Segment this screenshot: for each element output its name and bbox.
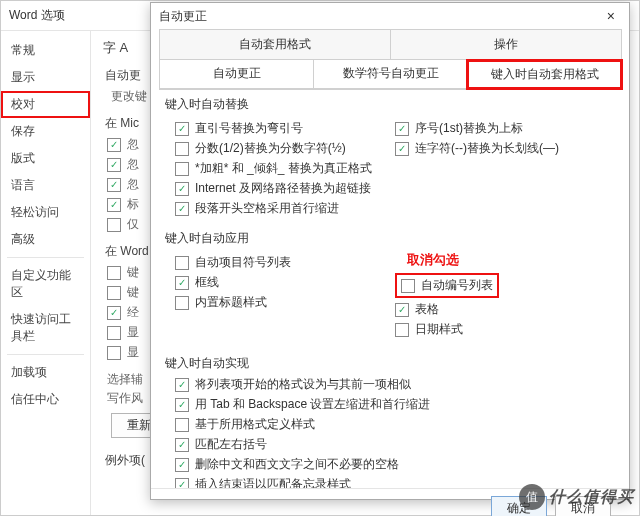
- sidebar-item-advanced[interactable]: 高级: [1, 226, 90, 253]
- row-text: 忽: [127, 176, 139, 193]
- checkbox[interactable]: [175, 296, 189, 310]
- option-label: 框线: [195, 274, 219, 291]
- checkbox[interactable]: ✓: [175, 398, 189, 412]
- checkbox[interactable]: [107, 346, 121, 360]
- tab-actions[interactable]: 操作: [390, 29, 622, 59]
- option-label: Internet 及网络路径替换为超链接: [195, 180, 371, 197]
- watermark-text: 什么值得买: [549, 487, 634, 508]
- option-label: 基于所用格式定义样式: [195, 416, 315, 433]
- sidebar-item-general[interactable]: 常规: [1, 37, 90, 64]
- checkbox[interactable]: ✓: [395, 303, 409, 317]
- checkbox[interactable]: [107, 218, 121, 232]
- option-label: 日期样式: [415, 321, 463, 338]
- annotation-uncheck: 取消勾选: [407, 251, 615, 269]
- option-label: 连字符(--)替换为长划线(—): [415, 140, 559, 157]
- checkbox[interactable]: [175, 162, 189, 176]
- option-label: 删除中文和西文文字之间不必要的空格: [195, 456, 399, 473]
- checkbox[interactable]: ✓: [395, 142, 409, 156]
- option-label: 直引号替换为弯引号: [195, 120, 303, 137]
- checkbox-auto-number-list[interactable]: [401, 279, 415, 293]
- checkbox[interactable]: ✓: [107, 138, 121, 152]
- checkbox[interactable]: ✓: [175, 122, 189, 136]
- option-label: 用 Tab 和 Backspace 设置左缩进和首行缩进: [195, 396, 430, 413]
- sidebar-item-ribbon[interactable]: 自定义功能区: [1, 262, 90, 306]
- option-label: 段落开头空格采用首行缩进: [195, 200, 339, 217]
- tab-row-top: 自动套用格式 操作: [159, 29, 621, 60]
- tab-math-autocorrect[interactable]: 数学符号自动更正: [313, 60, 468, 89]
- checkbox[interactable]: ✓: [175, 458, 189, 472]
- sidebar-item-language[interactable]: 语言: [1, 172, 90, 199]
- option-label: 序号(1st)替换为上标: [415, 120, 523, 137]
- sidebar: 常规 显示 校对 保存 版式 语言 轻松访问 高级 自定义功能区 快速访问工具栏…: [1, 31, 91, 515]
- tab-row-bottom: 自动更正 数学符号自动更正 键入时自动套用格式: [159, 60, 621, 90]
- sidebar-item-display[interactable]: 显示: [1, 64, 90, 91]
- row-text: 显: [127, 344, 139, 361]
- row-text: 仅: [127, 216, 139, 233]
- checkbox[interactable]: ✓: [107, 178, 121, 192]
- row-text: 标: [127, 196, 139, 213]
- checkbox[interactable]: [175, 256, 189, 270]
- col-left: 自动项目符号列表 ✓框线 内置标题样式: [175, 251, 395, 341]
- watermark: 值 什么值得买: [519, 484, 634, 510]
- sidebar-item-trust[interactable]: 信任中心: [1, 386, 90, 413]
- checkbox[interactable]: [175, 418, 189, 432]
- checkbox[interactable]: ✓: [175, 478, 189, 489]
- option-label: 自动项目符号列表: [195, 254, 291, 271]
- tab-autoformat[interactable]: 自动套用格式: [159, 29, 391, 59]
- checkbox[interactable]: ✓: [175, 438, 189, 452]
- checkbox[interactable]: ✓: [175, 276, 189, 290]
- checkbox[interactable]: ✓: [175, 182, 189, 196]
- checkbox[interactable]: [107, 266, 121, 280]
- tab-autoformat-as-you-type[interactable]: 键入时自动套用格式: [467, 60, 622, 89]
- col-right: ✓序号(1st)替换为上标 ✓连字符(--)替换为长划线(—): [395, 117, 615, 220]
- section-header: 键入时自动应用: [165, 230, 615, 247]
- highlight-box: 自动编号列表: [395, 273, 499, 298]
- checkbox[interactable]: [395, 323, 409, 337]
- option-label: *加粗* 和 _倾斜_ 替换为真正格式: [195, 160, 372, 177]
- option-label: 插入结束语以匹配备忘录样式: [195, 476, 351, 488]
- row-text: 显: [127, 324, 139, 341]
- sidebar-separator: [7, 354, 84, 355]
- sidebar-separator: [7, 257, 84, 258]
- checkbox[interactable]: [175, 142, 189, 156]
- dialog-close-button[interactable]: ×: [601, 6, 621, 26]
- option-label: 匹配左右括号: [195, 436, 267, 453]
- option-label: 分数(1/2)替换为分数字符(½): [195, 140, 346, 157]
- window-title: Word 选项: [9, 7, 65, 24]
- option-label: 将列表项开始的格式设为与其前一项相似: [195, 376, 411, 393]
- section-header: 键入时自动实现: [165, 355, 615, 372]
- checkbox[interactable]: ✓: [395, 122, 409, 136]
- checkbox[interactable]: ✓: [107, 198, 121, 212]
- checkbox[interactable]: ✓: [107, 306, 121, 320]
- sidebar-item-save[interactable]: 保存: [1, 118, 90, 145]
- checkbox[interactable]: ✓: [107, 158, 121, 172]
- dialog-body: 键入时自动替换 ✓直引号替换为弯引号 分数(1/2)替换为分数字符(½) *加粗…: [151, 90, 629, 488]
- autocorrect-dialog: 自动更正 × 自动套用格式 操作 自动更正 数学符号自动更正 键入时自动套用格式…: [150, 2, 630, 500]
- row-text: 忽: [127, 156, 139, 173]
- section-header: 键入时自动替换: [165, 96, 615, 113]
- checkbox[interactable]: ✓: [175, 378, 189, 392]
- option-label: 自动编号列表: [421, 277, 493, 294]
- option-label: 表格: [415, 301, 439, 318]
- col-right: 取消勾选 自动编号列表 ✓表格 日期样式: [395, 251, 615, 341]
- row-text: 忽: [127, 136, 139, 153]
- sidebar-item-addins[interactable]: 加载项: [1, 359, 90, 386]
- row-text: 键: [127, 284, 139, 301]
- checkbox[interactable]: ✓: [175, 202, 189, 216]
- watermark-badge: 值: [519, 484, 545, 510]
- checkbox[interactable]: [107, 286, 121, 300]
- option-label: 内置标题样式: [195, 294, 267, 311]
- row-text: 经: [127, 304, 139, 321]
- sidebar-item-proofing[interactable]: 校对: [1, 91, 90, 118]
- sidebar-item-qat[interactable]: 快速访问工具栏: [1, 306, 90, 350]
- tab-autocorrect[interactable]: 自动更正: [159, 60, 314, 89]
- checkbox[interactable]: [107, 326, 121, 340]
- dialog-titlebar: 自动更正 ×: [151, 3, 629, 29]
- dialog-title: 自动更正: [159, 8, 207, 25]
- sidebar-item-layout[interactable]: 版式: [1, 145, 90, 172]
- col-left: ✓直引号替换为弯引号 分数(1/2)替换为分数字符(½) *加粗* 和 _倾斜_…: [175, 117, 395, 220]
- row-text: 键: [127, 264, 139, 281]
- sidebar-item-ease[interactable]: 轻松访问: [1, 199, 90, 226]
- section-body: ✓将列表项开始的格式设为与其前一项相似 ✓用 Tab 和 Backspace 设…: [175, 376, 615, 488]
